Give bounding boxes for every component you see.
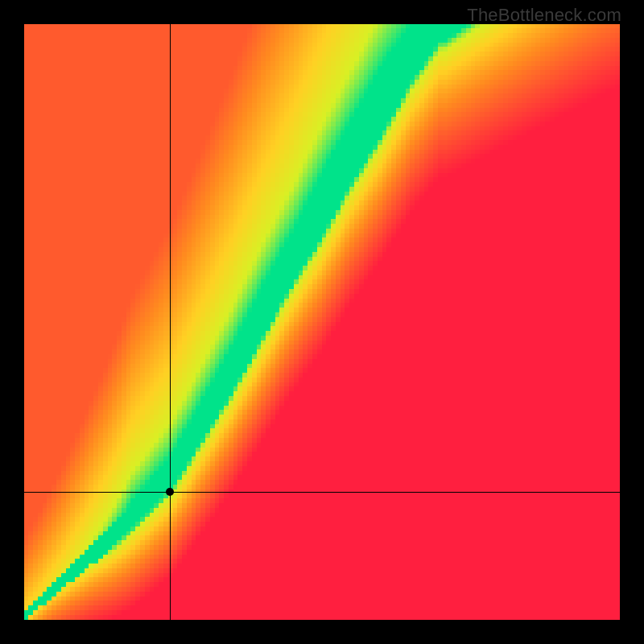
crosshair-vertical	[170, 24, 171, 620]
plot-area	[24, 24, 620, 620]
watermark-text: TheBottleneck.com	[467, 5, 621, 26]
crosshair-horizontal	[24, 492, 620, 493]
heatmap-canvas	[24, 24, 620, 620]
chart-stage: TheBottleneck.com	[0, 0, 644, 644]
